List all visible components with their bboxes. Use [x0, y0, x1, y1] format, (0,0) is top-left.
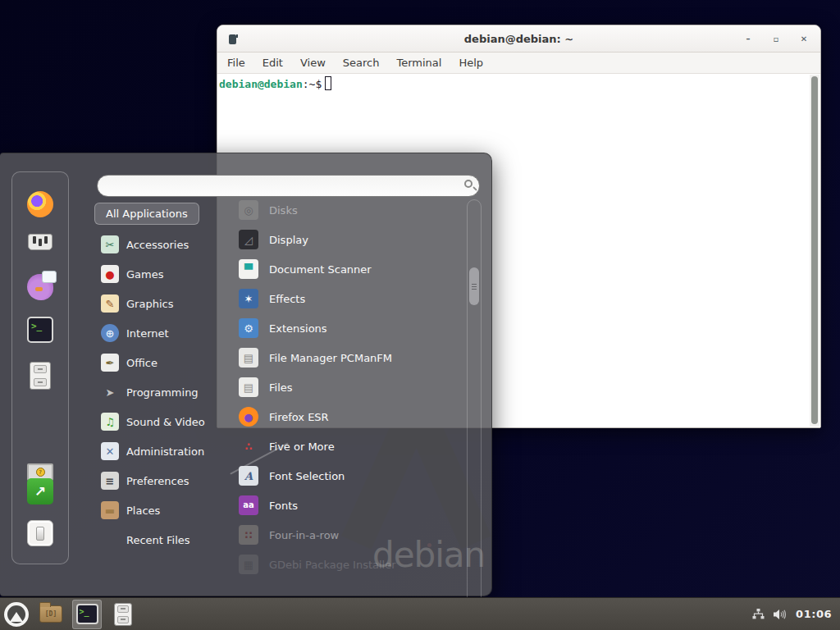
category-label: Office	[126, 357, 158, 369]
document-scanner-icon: ▀	[239, 259, 258, 279]
menu-search[interactable]: Search	[343, 57, 380, 69]
taskbar-clock[interactable]: 01:06	[796, 608, 832, 620]
slider-knob	[33, 236, 36, 244]
terminal-menubar: File Edit View Search Terminal Help	[217, 52, 820, 74]
app-label: Disks	[269, 204, 298, 217]
disks-icon: ◎	[239, 200, 258, 220]
menu-edit[interactable]: Edit	[262, 57, 283, 69]
logout-icon[interactable]: ↗	[27, 478, 53, 504]
prompt-suffix: :~$	[303, 78, 322, 90]
slider-knob	[44, 236, 48, 244]
category-label: Sound & Video	[126, 416, 205, 428]
menu-terminal[interactable]: Terminal	[396, 57, 441, 69]
drawer	[34, 378, 47, 386]
category-label: Places	[126, 504, 160, 517]
app-effects[interactable]: ✶ Effects	[234, 284, 463, 313]
category-accessories[interactable]: ✂ Accessories	[90, 230, 221, 259]
graphics-icon: ✎	[101, 294, 119, 313]
taskbar-file-manager-button[interactable]	[108, 600, 138, 629]
category-label: Preferences	[126, 475, 189, 487]
five-or-more-icon: ∴	[239, 436, 258, 456]
app-four-in-a-row[interactable]: ∷ Four-in-a-row	[234, 520, 463, 550]
app-firefox-esr[interactable]: ● Firefox ESR	[234, 402, 463, 431]
terminal-scrollbar-thumb[interactable]	[811, 76, 818, 424]
app-display[interactable]: ◿ Display	[234, 225, 463, 254]
app-fonts[interactable]: aa Fonts	[234, 491, 463, 520]
category-office[interactable]: ✒ Office	[90, 348, 221, 377]
firefox-esr-icon: ●	[239, 407, 258, 427]
app-five-or-more[interactable]: ∴ Five or More	[234, 431, 463, 461]
drawer	[34, 365, 47, 373]
category-label: Accessories	[126, 239, 189, 251]
app-label: File Manager PCManFM	[269, 352, 392, 364]
app-disks[interactable]: ◎ Disks	[234, 195, 463, 225]
category-label: Recent Files	[126, 534, 190, 546]
app-label: Four-in-a-row	[269, 529, 339, 541]
terminal-icon: >_	[76, 604, 98, 624]
file-manager-icon[interactable]	[30, 362, 51, 390]
font-selection-icon: A	[239, 466, 258, 486]
shutdown-icon[interactable]	[27, 520, 53, 546]
app-label: Fonts	[269, 500, 298, 512]
pcmanfm-icon: ▤	[239, 348, 258, 368]
menu-button[interactable]	[2, 600, 31, 629]
app-gdebi-package-installer[interactable]: ▦ GDebi Package Installer	[234, 550, 463, 579]
minimize-icon[interactable]: –	[743, 34, 753, 44]
terminal-title: debian@debian: ~	[217, 33, 820, 45]
category-all-applications[interactable]: All Applications	[94, 203, 199, 225]
applications-list: ◎ Disks ◿ Display ▀ Document Scanner ✶ E…	[234, 195, 463, 579]
category-label: Graphics	[126, 298, 173, 310]
pidgin-icon[interactable]	[27, 274, 53, 300]
category-games[interactable]: ● Games	[90, 259, 221, 289]
category-label: Games	[126, 268, 163, 281]
category-preferences[interactable]: ≡ Preferences	[90, 466, 221, 495]
display-icon: ◿	[239, 230, 258, 249]
padlock: ?	[36, 468, 45, 477]
app-label: Effects	[269, 293, 305, 305]
category-administration[interactable]: ✕ Administration	[90, 436, 221, 466]
app-document-scanner[interactable]: ▀ Document Scanner	[234, 254, 463, 284]
app-list-scrollbar[interactable]	[467, 199, 482, 630]
category-graphics[interactable]: ✎ Graphics	[90, 289, 221, 318]
menu-view[interactable]: View	[300, 57, 326, 69]
category-programming[interactable]: ➤ Programming	[90, 377, 221, 407]
terminal-launcher-icon[interactable]: >_	[27, 317, 53, 343]
control-panel-icon[interactable]	[27, 231, 53, 257]
app-font-selection[interactable]: A Font Selection	[234, 461, 463, 491]
maximize-icon[interactable]: ▫	[771, 34, 781, 44]
category-recent-files[interactable]: Recent Files	[90, 525, 221, 555]
sound-video-icon: ♫	[101, 413, 119, 431]
terminal-titlebar[interactable]: debian@debian: ~ – ▫ ✕	[217, 25, 820, 52]
app-label: GDebi Package Installer	[269, 559, 396, 571]
app-extensions[interactable]: ⚙ Extensions	[234, 313, 463, 343]
firefox-icon[interactable]	[27, 191, 53, 217]
menu-file[interactable]: File	[227, 57, 245, 69]
terminal-scrollbar[interactable]	[810, 75, 819, 427]
category-label: Administration	[126, 445, 204, 458]
accessories-icon: ✂	[101, 235, 119, 253]
network-icon[interactable]	[752, 609, 765, 619]
app-files[interactable]: ▤ Files	[234, 372, 463, 402]
application-menu: >_ ? ↗ All Applications ✂ Accessories ● …	[0, 153, 492, 596]
app-search-input[interactable]	[97, 175, 480, 197]
taskbar-terminal-button[interactable]: >_	[72, 600, 102, 629]
app-label: Font Selection	[269, 470, 345, 482]
search-bar	[97, 175, 480, 197]
slider-knob	[39, 239, 42, 246]
fonts-icon: aa	[239, 495, 258, 515]
search-icon	[464, 180, 472, 188]
category-places[interactable]: ▬ Places	[90, 495, 221, 525]
drawer	[117, 605, 129, 613]
drawer	[117, 616, 129, 623]
category-internet[interactable]: ⊕ Internet	[90, 318, 221, 348]
four-in-a-row-icon: ∷	[239, 525, 258, 545]
close-icon[interactable]: ✕	[799, 34, 809, 44]
preferences-icon: ≡	[101, 472, 119, 490]
desktop-folder-button[interactable]: [D]	[36, 600, 66, 629]
category-sound-video[interactable]: ♫ Sound & Video	[90, 407, 221, 436]
administration-icon: ✕	[101, 442, 119, 460]
menu-help[interactable]: Help	[459, 57, 483, 69]
app-file-manager-pcmanfm[interactable]: ▤ File Manager PCManFM	[234, 343, 463, 372]
volume-icon[interactable]	[774, 609, 787, 620]
app-list-scrollbar-thumb[interactable]	[469, 267, 479, 305]
